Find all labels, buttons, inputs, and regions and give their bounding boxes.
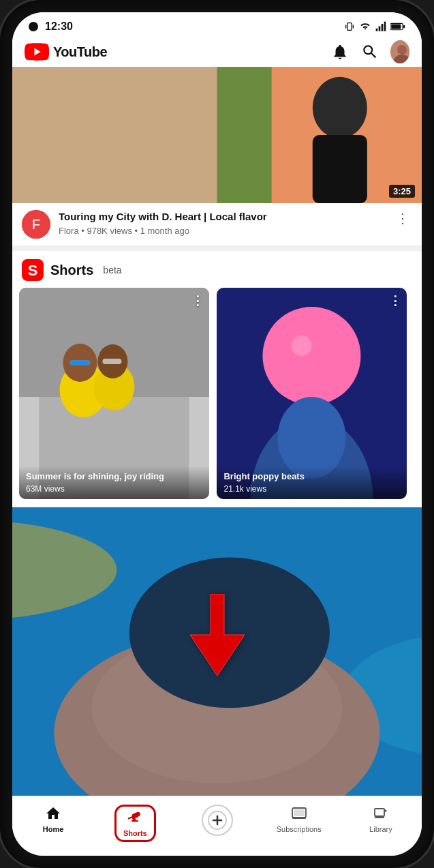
svg-rect-6 <box>384 22 386 31</box>
svg-rect-3 <box>376 29 378 31</box>
svg-marker-44 <box>190 594 245 676</box>
bottom-nav: Home Shorts <box>12 796 422 856</box>
video-info: F Touring my City with D. Heart | Local … <box>12 203 422 245</box>
shorts-title: Shorts <box>50 263 93 278</box>
vibrate-icon <box>344 21 355 32</box>
short-more-2[interactable]: ⋮ <box>389 293 401 308</box>
phone-frame: 12:30 <box>0 0 434 868</box>
create-icon <box>208 811 227 830</box>
status-bar: 12:30 <box>12 12 422 37</box>
svg-rect-47 <box>294 809 305 816</box>
section-divider <box>12 245 422 251</box>
camera <box>29 22 38 31</box>
short-card-1[interactable]: ⋮ Summer is for shining, joy riding 63M … <box>19 288 209 499</box>
phone-screen: 12:30 <box>12 12 422 856</box>
short-more-1[interactable]: ⋮ <box>191 293 204 308</box>
svg-rect-30 <box>69 360 90 365</box>
svg-text:F: F <box>32 217 40 232</box>
svg-rect-48 <box>292 818 306 819</box>
notification-button[interactable] <box>330 42 350 61</box>
red-arrow-overlay <box>187 594 248 678</box>
svg-point-34 <box>292 335 312 356</box>
channel-avatar-img: F <box>22 210 50 239</box>
home-svg <box>45 805 61 822</box>
video-title: Touring my City with D. Heart | Local fl… <box>59 210 385 224</box>
channel-avatar: F <box>22 210 50 239</box>
youtube-header: YouTube <box>12 37 422 67</box>
shorts-header: S Shorts beta <box>12 251 422 288</box>
avatar[interactable] <box>390 42 409 61</box>
create-button[interactable] <box>202 805 233 836</box>
library-svg <box>373 805 389 822</box>
nav-home[interactable]: Home <box>12 802 94 845</box>
svg-marker-50 <box>384 809 387 813</box>
video-sub: Flora • 978K views • 1 month ago <box>59 226 385 236</box>
status-icons <box>344 21 405 32</box>
home-icon <box>44 805 62 822</box>
youtube-text: YouTube <box>53 44 107 60</box>
svg-rect-0 <box>347 23 352 31</box>
wifi-icon <box>359 21 371 32</box>
svg-point-16 <box>313 77 367 138</box>
thumbnail-art <box>12 67 422 203</box>
short-thumbnail-1: ⋮ Summer is for shining, joy riding 63M … <box>19 288 209 499</box>
svg-rect-5 <box>382 24 384 31</box>
status-left: 12:30 <box>29 20 73 33</box>
subscriptions-svg <box>291 805 307 822</box>
shorts-nav-label: Shorts <box>123 829 147 837</box>
nav-subscriptions[interactable]: Subscriptions <box>258 802 340 845</box>
view-count: 978K views <box>87 226 131 236</box>
avatar-image <box>390 40 409 63</box>
shorts-nav-box: Shorts <box>114 805 156 842</box>
svg-rect-49 <box>375 809 384 816</box>
youtube-logo: YouTube <box>25 43 330 61</box>
shorts-section: S Shorts beta <box>12 251 422 507</box>
pool-section <box>12 507 422 796</box>
video-card[interactable]: 3:25 F Touring my City with D. Heart | L… <box>12 67 422 245</box>
short-overlay-1: Summer is for shining, joy riding 63M vi… <box>19 466 209 499</box>
svg-rect-9 <box>403 25 405 29</box>
short-title-2: Bright poppy beats <box>223 471 400 483</box>
signal-icon <box>375 21 386 32</box>
short-thumbnail-2: ⋮ Bright poppy beats 21.1k views <box>217 288 407 499</box>
svg-text:S: S <box>28 262 38 279</box>
shorts-nav-icon <box>126 809 144 827</box>
video-age: 1 month ago <box>140 226 189 236</box>
search-button[interactable] <box>360 42 379 61</box>
youtube-logo-icon <box>25 43 49 61</box>
nav-create[interactable] <box>176 802 258 845</box>
more-options-button[interactable]: ⋮ <box>393 210 412 226</box>
shorts-beta: beta <box>103 265 121 275</box>
short-overlay-2: Bright poppy beats 21.1k views <box>217 466 407 499</box>
shorts-icon <box>127 810 143 826</box>
subscriptions-icon <box>290 805 308 822</box>
video-thumbnail[interactable]: 3:25 <box>12 67 422 203</box>
svg-rect-1 <box>345 25 346 28</box>
battery-icon <box>390 22 405 31</box>
header-icons <box>330 42 409 61</box>
svg-rect-31 <box>102 359 121 364</box>
separator2: • <box>135 226 140 236</box>
svg-rect-17 <box>313 135 367 203</box>
svg-rect-4 <box>379 26 381 31</box>
channel-name: Flora <box>59 226 79 236</box>
search-icon <box>361 43 379 61</box>
svg-rect-2 <box>353 25 354 28</box>
home-label: Home <box>43 825 64 833</box>
short-card-2[interactable]: ⋮ Bright poppy beats 21.1k views <box>217 288 407 499</box>
svg-point-11 <box>397 45 407 55</box>
red-arrow-icon <box>187 594 248 676</box>
library-label: Library <box>369 825 392 833</box>
bell-icon <box>331 43 349 61</box>
short-views-1: 63M views <box>26 484 202 494</box>
nav-shorts[interactable]: Shorts <box>94 802 176 845</box>
short-title-1: Summer is for shining, joy riding <box>26 471 202 483</box>
subscriptions-label: Subscriptions <box>277 825 322 833</box>
nav-library[interactable]: Library <box>340 802 422 845</box>
shorts-grid: ⋮ Summer is for shining, joy riding 63M … <box>12 288 422 507</box>
thumbnail-bg <box>12 67 422 203</box>
svg-point-33 <box>263 307 361 405</box>
svg-rect-51 <box>375 817 384 818</box>
user-avatar <box>390 40 409 63</box>
library-icon <box>372 805 390 822</box>
